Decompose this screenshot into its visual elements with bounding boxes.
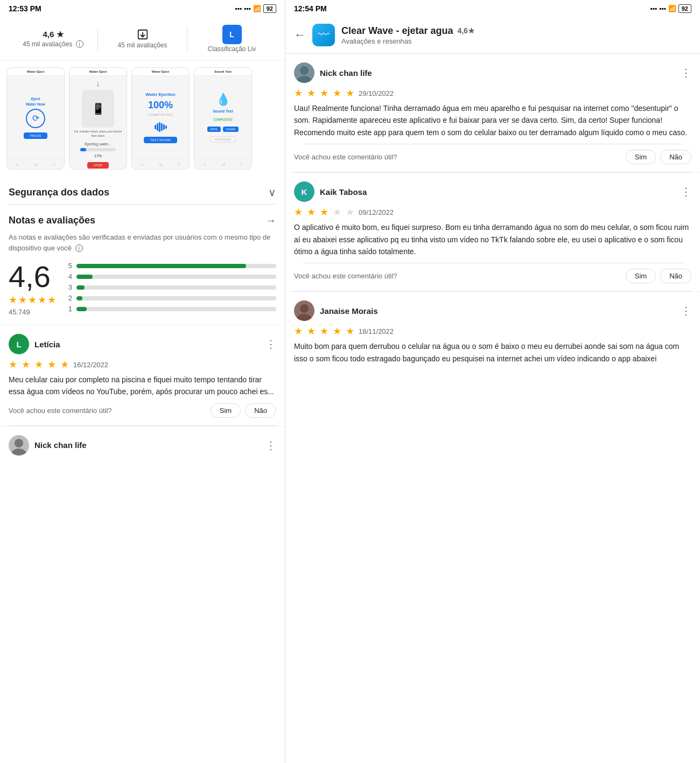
star-4: ★ [38, 294, 46, 306]
ss1-main-text: EjectWater Now [26, 96, 45, 106]
app-icon-header: 〰 [312, 24, 335, 46]
leticia-avatar: L [9, 334, 29, 354]
svg-point-6 [297, 314, 312, 321]
janaise-reviewer-left: Janaise Morais [294, 300, 378, 321]
nick-left-avatar-img [9, 435, 29, 456]
kaik-star2: ★ [307, 206, 316, 218]
leticia-star5: ★ [60, 359, 69, 370]
ss1-nav2: ◁ [34, 162, 37, 167]
app-info: Clear Wave - ejetar agua 4,6★ Avaliações… [341, 25, 691, 45]
info-icon[interactable]: i [76, 40, 83, 48]
nr-star4: ★ [333, 87, 341, 99]
bar-row-2: 2 [67, 294, 276, 302]
bar-fill-4 [76, 275, 93, 279]
bar-track-3 [76, 285, 276, 290]
bar-row-4: 4 [67, 272, 276, 281]
janaise-name: Janaise Morais [320, 306, 378, 316]
bar-row-5: 5 [67, 262, 276, 270]
bar-label-2: 2 [67, 294, 72, 302]
ratings-section-header[interactable]: Notas e avaliações → [0, 205, 285, 232]
ss2-instructions: For a better result, place your phonefac… [74, 130, 122, 138]
ratings-info-icon[interactable]: i [75, 244, 83, 252]
bar-label-4: 4 [67, 272, 72, 281]
kaik-helpful-text: Você achou este comentário útil? [294, 272, 397, 280]
nick-right-avatar-img [294, 62, 314, 83]
star-3: ★ [28, 294, 37, 306]
bar-track-4 [76, 275, 276, 279]
security-section-header[interactable]: Segurança dos dados ∨ [0, 176, 285, 204]
ss2-header: Water Eject [69, 68, 127, 76]
janaise-avatar [294, 300, 314, 321]
app-subtitle: Avaliações e resenhas [341, 37, 691, 45]
janaise-star5: ★ [346, 325, 354, 337]
review-janaise: Janaise Morais ⋮ ★ ★ ★ ★ ★ 18/11/2022 Mu… [285, 291, 700, 369]
screenshot-3[interactable]: Water Eject Water Ejection 100% COMPLETE… [131, 67, 190, 170]
ss1-circle: ⟳ [26, 109, 45, 128]
left-status-icons: ▪▪▪ ▪▪▪ 📶 92 [235, 5, 276, 12]
kaik-nao-btn[interactable]: Não [660, 269, 691, 283]
ratings-arrow[interactable]: → [265, 214, 276, 227]
nick-right-avatar [294, 62, 314, 83]
ss4-rate: RATE [207, 127, 221, 132]
kaik-star3: ★ [320, 206, 328, 218]
screenshots-row: Water Eject EjectWater Now ⟳ PRESS ⌂ ◁ □… [0, 61, 285, 176]
ss2-stop-btn: STOP [87, 162, 109, 169]
review-nick-right: Nick chan life ⋮ ★ ★ ★ ★ ★ 29/10/2022 Ua… [285, 53, 700, 172]
leticia-more-icon[interactable]: ⋮ [265, 338, 276, 351]
kaik-star4-empty: ★ [333, 206, 341, 218]
ss3-btn: TEST SOUND [144, 137, 178, 143]
rating-label: 45 mil avaliações i [23, 40, 83, 48]
nick-right-sim-btn[interactable]: Sim [626, 150, 656, 164]
back-button[interactable]: ← [294, 28, 306, 42]
kaik-helpful-btns: Sim Não [626, 269, 691, 283]
download-icon [137, 29, 149, 40]
kaik-more[interactable]: ⋮ [681, 185, 691, 198]
leticia-stars-date: ★ ★ ★ ★ ★ 16/12/2022 [9, 359, 276, 370]
leticia-review-text: Meu celular caiu por completo na piscina… [9, 374, 276, 398]
ss3-bars [155, 122, 167, 132]
janaise-stars-date: ★ ★ ★ ★ ★ 18/11/2022 [294, 325, 691, 337]
ss3-completed: COMPLETED [148, 113, 173, 116]
nick-right-reviewer-left: Nick chan life [294, 62, 372, 83]
battery-icon: 92 [263, 5, 276, 12]
leticia-star1: ★ [9, 359, 17, 370]
ratings-bars: 5 4 3 2 [67, 262, 276, 313]
big-score-number: 4,6 [9, 262, 51, 292]
leticia-sim-btn[interactable]: Sim [211, 403, 241, 418]
app-wave-icon: 〰 [318, 28, 330, 42]
janaise-avatar-img [294, 300, 314, 321]
ss3-header: Water Eject [132, 68, 189, 76]
classification-label: Classificação Liv [208, 45, 256, 53]
nick-right-more[interactable]: ⋮ [681, 66, 691, 79]
ss4-completed: COMPLETED [211, 117, 235, 122]
screenshot-1[interactable]: Water Eject EjectWater Now ⟳ PRESS ⌂ ◁ □ [6, 67, 65, 170]
screenshot-2[interactable]: Water Eject ↓ 📱 For a better result, pla… [69, 67, 127, 170]
leticia-helpful-btns: Sim Não [211, 403, 276, 418]
janaise-more[interactable]: ⋮ [681, 304, 691, 317]
nick-left-reviewer-left: Nick chan life [9, 435, 87, 456]
nick-left-more-icon[interactable]: ⋮ [265, 439, 276, 452]
ss2-percent: 17% [94, 154, 102, 158]
leticia-star2: ★ [22, 359, 30, 370]
leticia-nao-btn[interactable]: Não [245, 403, 276, 418]
screenshot-4[interactable]: Sound Test 💧 Sound Test COMPLETED RATE S… [194, 67, 252, 170]
kaik-text: O aplicativo é muito bom, eu fiquei surp… [294, 221, 691, 257]
classification-stat: L Classificação Liv [187, 23, 276, 55]
star-2: ★ [18, 294, 27, 306]
ss1-btn: PRESS [24, 132, 47, 139]
ss2-bar [80, 148, 116, 151]
ss4-icon: 💧 [216, 93, 230, 107]
leticia-star4: ★ [47, 359, 56, 370]
janaise-star3: ★ [320, 325, 328, 337]
kaik-name: Kaik Tabosa [320, 187, 367, 197]
right-status-icons: ▪▪▪ ▪▪▪ 📶 92 [650, 5, 691, 12]
kaik-sim-btn[interactable]: Sim [626, 269, 656, 283]
security-chevron[interactable]: ∨ [268, 186, 276, 199]
leticia-reviewer-row: L Letícia ⋮ [9, 334, 276, 354]
kaik-avatar: K [294, 181, 314, 202]
ratings-title: Notas e avaliações [9, 215, 95, 226]
ss4-actions: RATE SHARE [207, 127, 239, 132]
ss3-nav: ⌂ [141, 162, 143, 167]
ss4-main: Sound Test [213, 109, 233, 114]
nick-right-nao-btn[interactable]: Não [660, 150, 691, 164]
